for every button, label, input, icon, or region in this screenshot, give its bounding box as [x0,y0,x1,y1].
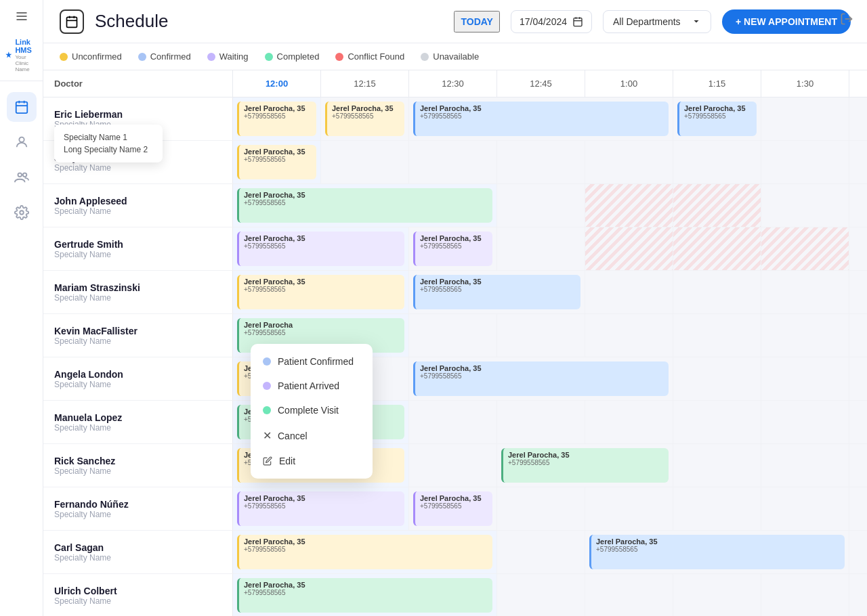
table-row: Angela London Specialty Name Jerel Paroc… [43,357,867,401]
time-cell-unavailable [585,227,673,270]
appointment-card[interactable]: Jerel Parocha, 35 +5799558565 [237,535,492,569]
patient-phone: +5799558565 [244,546,488,553]
logout-button[interactable] [840,12,853,28]
time-cell-span: Jerel Parocha, 35 +5799558565 [585,531,849,573]
patient-name: Jerel Parocha, 35 [508,451,664,459]
time-cell [497,314,585,357]
sidebar-item-person[interactable] [7,127,37,157]
appointment-card[interactable]: Jerel Parocha, 35 +5799558565 [413,232,492,266]
appointment-card[interactable]: Jerel Parocha, 35 +5799558565 [237,188,492,223]
appointment-card[interactable]: Jerel Parocha, 35 +5799558565 [413,361,669,396]
doctor-info-kevin: Kevin MacFallister Specialty Name [43,314,233,357]
time-cell [585,314,673,357]
tooltip-item: Specialty Name 1 [64,131,153,144]
time-header-1200: 12:00 [233,70,321,97]
time-cell [409,401,497,443]
patient-name: Jerel Parocha, 35 [596,537,840,546]
doctor-info-rick: Rick Sanchez Specialty Name [43,444,233,487]
chevron-down-icon [692,17,701,26]
department-select[interactable]: All Departments [603,10,711,33]
appointment-card[interactable]: Jerel Parocha, 35 +5799558565 [237,491,404,526]
doctor-specialty: Specialty Name [54,380,221,389]
legend-completed: Completed [265,51,320,62]
time-cell [673,401,761,443]
legend-conflict: Conflict Found [335,51,404,62]
time-cell [585,141,673,183]
doctor-info-mariam: Mariam Straszinski Specialty Name [43,271,233,313]
context-menu-complete-visit[interactable]: Complete Visit [251,398,373,422]
context-menu-cancel[interactable]: ✕ Cancel [251,422,373,449]
doctor-name: Rick Sanchez [54,456,221,466]
appointment-card[interactable]: Jerel Parocha, 35 +5799558565 [589,535,845,569]
calendar-icon [572,16,583,27]
appointment-card[interactable]: Jerel Parocha, 35 +5799558565 [237,145,316,179]
sidebar-item-calendar[interactable] [7,92,37,122]
legend-confirmed: Confirmed [138,51,191,62]
time-cell [497,487,585,530]
doctor-specialty: Specialty Name [54,553,221,563]
time-header-115: 1:15 [673,70,761,97]
context-menu-patient-confirmed[interactable]: Patient Confirmed [251,349,373,374]
new-appointment-button[interactable]: + NEW APPOINTMENT [722,9,851,34]
sidebar-item-settings[interactable] [7,198,37,227]
patient-name: Jerel Parocha, 35 [244,234,400,242]
time-cell [761,184,849,227]
table-row: Fernando Núñez Specialty Name Jerel Paro… [43,487,867,531]
appointment-card[interactable]: Jerel Parocha, 35 +5799558565 [237,232,404,266]
doctor-info-ulrich: Ulrich Colbert Specialty Name [43,574,233,616]
unavailable-label: Unavailable [433,51,479,62]
appointment-card[interactable]: Jerel Parocha, 35 +5799558565 [413,102,669,136]
appointment-card[interactable]: Jerel Parocha, 35 +5799558565 [325,102,404,136]
doctor-name: Carl Sagan [54,542,221,553]
doctor-name: Kevin MacFallister [54,326,221,336]
time-cell [497,184,585,227]
menu-toggle[interactable] [0,0,43,32]
time-cell [585,574,673,616]
page-title: Schedule [95,11,168,32]
appointment-card[interactable]: Jerel Parocha, 35 +5799558565 [677,102,757,136]
appointment-card[interactable]: Jerel Parocha, 35 +5799558565 [237,578,492,613]
patient-phone: +5799558565 [244,112,312,120]
patient-phone: +5799558565 [244,156,312,163]
doctor-specialty: Specialty Name [54,163,221,173]
doctor-info-carl: Carl Sagan Specialty Name [43,531,233,573]
patient-name: Jerel Parocha, 35 [420,234,488,242]
svg-point-9 [22,173,26,177]
patient-phone: +5799558565 [244,199,488,206]
patient-name: Jerel Parocha, 35 [420,278,576,286]
unconfirmed-dot [60,53,68,61]
appointment-card[interactable]: Jerel Parocha, 35 +5799558565 [501,448,669,483]
context-menu-label: Patient Arrived [278,380,339,391]
today-button[interactable]: TODAY [454,11,499,32]
time-cell [761,401,849,443]
doctor-info-gertrude: Gertrude Smith Specialty Name [43,227,233,270]
patient-name: Jerel Parocha, 35 [420,364,664,372]
doctor-name: Mariam Straszinski [54,282,221,293]
time-cell-span: Jerel Parocha, 35 +5799558565 [233,184,497,227]
svg-rect-11 [67,17,77,27]
patient-name: Jerel Parocha, 35 [244,104,312,112]
time-cell [497,574,585,616]
time-cell-unavailable [761,227,849,270]
time-cell [497,227,585,270]
doctor-info-angela: Angela London Specialty Name [43,357,233,400]
patient-phone: +5799558565 [420,286,576,293]
appointment-card[interactable]: Jerel Parocha, 35 +5799558565 [413,491,492,526]
table-row: Rick Sanchez Specialty Name Jerel Paroch… [43,444,867,487]
time-cell [849,531,867,573]
table-row: Mariam Straszinski Specialty Name Jerel … [43,271,867,314]
appointment-card[interactable]: Jerel Parocha, 35 +5799558565 [413,275,580,309]
time-cell [761,141,849,183]
table-row: Carl Sagan Specialty Name Jerel Parocha,… [43,531,867,574]
appointment-card[interactable]: Jerel Parocha, 35 +5799558565 [237,102,316,136]
context-menu-label: Cancel [278,431,308,441]
context-menu-edit[interactable]: Edit [251,449,373,473]
appointment-card[interactable]: Jerel Parocha, 35 +5799558565 [237,275,404,309]
context-menu-patient-arrived[interactable]: Patient Arrived [251,374,373,398]
doctor-specialty: Specialty Name [54,206,221,216]
time-cell [673,487,761,530]
sidebar-item-group[interactable] [7,162,37,192]
patient-phone: +5799558565 [684,112,752,120]
patient-phone: +5799558565 [244,242,400,250]
date-picker[interactable]: 17/04/2024 [511,10,592,33]
